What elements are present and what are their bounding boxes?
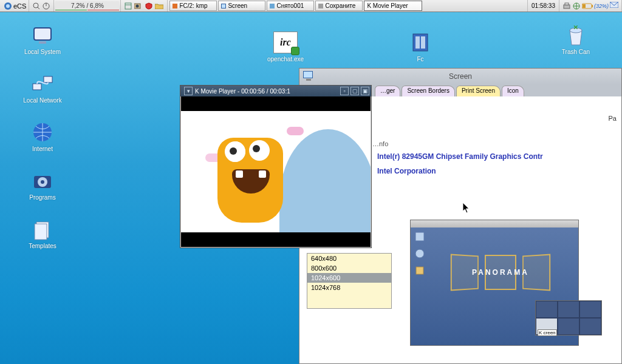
svg-rect-11 [565,3,569,5]
quick-icons [29,0,54,12]
power-icon[interactable] [41,1,51,11]
tab-icon[interactable]: Icon [502,86,524,96]
task-fc2[interactable]: FC/2: kmp [169,1,217,11]
preview-titlebar [411,220,578,228]
shield-icon[interactable] [144,1,154,11]
svg-rect-6 [125,3,131,9]
svg-rect-18 [39,41,46,44]
tab-print-screen[interactable]: Print Screen [456,86,501,96]
svg-rect-20 [44,76,52,83]
task-kmp[interactable]: K Movie Player [364,1,422,11]
os-label: eCS [13,2,26,10]
svg-rect-14 [592,5,593,7]
panorama-logo: PANORAMA [434,251,567,294]
gpu-name: Intel(r) 82945GM Chipset Family Graphics… [377,152,543,161]
preview-icon [414,231,425,242]
task-screen[interactable]: Screen [218,1,265,11]
svg-rect-17 [34,28,51,40]
svg-rect-27 [413,34,428,51]
tab-screen-borders[interactable]: Screen Borders [402,86,454,96]
desktop-icon-programs[interactable]: Programs [12,169,73,201]
resolution-list[interactable]: 640x480800x6001024x6001024x768 [307,253,392,309]
icon-label: openchat.exe [255,56,316,62]
tab-label: Print Screen [462,87,495,94]
resolution-option[interactable]: 640x480 [307,254,391,263]
video-frame [181,111,371,232]
icon-label: Fc [390,56,451,62]
info-header: …nfo [372,140,388,147]
tab-label: Screen Borders [407,87,449,94]
svg-rect-19 [33,84,41,90]
window-list-icon[interactable] [123,1,133,11]
resolution-option[interactable]: 622x364 [307,273,391,283]
close-button[interactable]: ▣ [361,87,369,95]
desktop-icon-fc[interactable]: Fc [390,30,451,62]
desktop-icon-trash[interactable]: Trash Can [545,23,606,55]
svg-point-24 [41,180,44,184]
cartoon-character-blue [279,129,371,232]
preview-icon [414,265,425,276]
start-area[interactable]: eCS [0,0,29,12]
camera-icon[interactable] [133,1,144,11]
tab-pager[interactable]: …ger [375,86,400,96]
desktop-icon-internet[interactable]: Internet [12,120,73,152]
maximize-button[interactable]: ▢ [350,87,359,95]
os-menu-button[interactable] [2,1,13,11]
titlebar[interactable]: ▾ K Movie Player - 00:00:56 / 00:03:1 ▫ … [180,86,371,96]
desktop-icon-openchat[interactable]: ircopenchat.exe [255,30,316,62]
clock: 01:58:33 [528,0,559,12]
network-icon[interactable] [572,2,581,10]
internet-icon [30,120,55,144]
cpu-text: 7,2% / 6,8% [71,2,104,9]
icon-label: Local Network [12,97,73,104]
trash-icon [564,23,588,47]
folder-icon[interactable] [154,1,165,11]
svg-point-2 [33,3,38,8]
task-shot[interactable]: Снято001 [267,1,314,11]
svg-rect-10 [564,5,570,8]
desktop-icon-templates[interactable]: Templates [12,217,73,249]
svg-rect-31 [415,232,424,241]
icon-label: Templates [12,243,73,249]
desktop-icon-local-system[interactable]: Local System [12,23,73,55]
titlebar[interactable]: Screen [299,69,621,84]
decorative-shape [253,145,260,152]
tab-label: …ger [380,87,395,94]
programs-icon [30,169,55,193]
decorative-shape [230,147,237,155]
icon-label: Trash Can [545,49,606,55]
decorative-shape [287,127,304,135]
task-save[interactable]: Сохраните [315,1,363,11]
task-label: K Movie Player [367,2,408,9]
preview-icons [414,231,425,276]
window-menu-button[interactable]: ▾ [184,87,193,95]
templates-icon [30,217,55,241]
desktop-icon-local-network[interactable]: Local Network [12,72,73,104]
svg-rect-28 [415,36,420,49]
icon-label: Programs [12,194,73,201]
local-system-icon [30,23,55,47]
mail-icon[interactable] [610,2,618,10]
search-icon[interactable] [32,1,41,11]
video-area[interactable] [181,96,371,247]
icon-label: Internet [12,146,73,152]
minimize-button[interactable]: ▫ [340,87,349,95]
svg-point-30 [570,28,582,33]
gpu-vendor: Intel Corporation [377,167,436,175]
panorama-text: PANORAMA [472,268,529,277]
pager-current[interactable]: K creen [536,318,558,335]
printer-icon[interactable] [562,2,571,10]
svg-rect-15 [583,4,586,8]
svg-point-9 [136,4,139,7]
task-label: Screen [228,2,247,9]
resolution-option[interactable]: 1024x768 [307,283,391,292]
taskbar: eCS 7,2% / 6,8% FC/2: kmp Screen Снято00… [0,0,622,12]
mouse-cursor-icon [463,203,470,214]
svg-point-32 [415,249,424,258]
task-label: Сохраните [325,2,355,9]
virtual-desktop-pager[interactable]: K creen [535,300,602,335]
cpu-meter: 7,2% / 6,8% [54,0,121,12]
resolution-option[interactable]: 800x600 [307,263,391,273]
window-k-movie-player: ▾ K Movie Player - 00:00:56 / 00:03:1 ▫ … [180,85,372,248]
battery-icon[interactable]: (32%) [582,2,609,10]
